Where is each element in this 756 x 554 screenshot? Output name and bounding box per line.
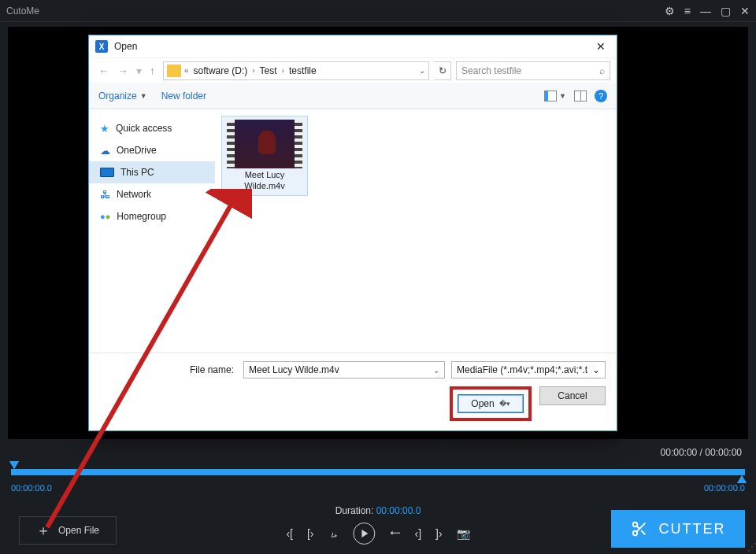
sidebar-item-onedrive[interactable]: ☁OneDrive [89, 139, 215, 161]
svg-line-4 [636, 526, 639, 529]
open-dialog: X Open ✕ ← → ▾ ↑ « software (D:) › Test … [88, 35, 617, 431]
preview-pane-button[interactable] [574, 90, 587, 102]
time-total: 00:00:00 [705, 447, 742, 458]
duration-readout: Duration: 00:00:00.0 [335, 505, 421, 516]
help-icon[interactable]: ? [595, 90, 607, 102]
breadcrumb[interactable]: « software (D:) › Test › testfile ⌄ [163, 61, 429, 80]
time-current: 00:00:00 [661, 447, 698, 458]
snapshot-button[interactable]: 📷 [457, 527, 470, 540]
chevron-down-icon[interactable]: ⌄ [419, 66, 425, 75]
sidebar-item-homegroup[interactable]: ●●Homegroup [89, 205, 215, 227]
timeline-end-label: 00:00:00.0 [704, 483, 745, 493]
maximize-icon[interactable]: ▢ [721, 5, 731, 17]
sidebar-item-quick-access[interactable]: ★Quick access [89, 117, 215, 139]
plus-icon: ＋ [36, 521, 50, 540]
view-mode-button[interactable]: ▼ [544, 90, 566, 102]
file-name-label: Meet Lucy Wilde.m4v [225, 170, 304, 192]
homegroup-icon: ●● [100, 212, 110, 221]
cancel-button[interactable]: Cancel [539, 386, 606, 405]
app-titlebar: CutoMe ⚙ ≡ — ▢ ✕ [0, 0, 756, 22]
close-app-icon[interactable]: ✕ [740, 5, 750, 17]
sidebar-item-this-pc[interactable]: This PC [89, 161, 215, 183]
gear-icon[interactable]: ⚙ [665, 5, 675, 17]
dialog-app-icon: X [95, 40, 108, 53]
cloud-icon: ☁ [100, 145, 110, 157]
mark-out-button[interactable]: [› [307, 527, 314, 540]
search-icon: ⌕ [599, 65, 605, 76]
menu-icon[interactable]: ≡ [684, 5, 691, 17]
dialog-nav: ← → ▾ ↑ « software (D:) › Test › testfil… [89, 57, 617, 83]
jump-start-button[interactable]: ‹] [415, 527, 422, 540]
svg-point-1 [632, 531, 637, 536]
dialog-titlebar: X Open ✕ [89, 35, 617, 57]
file-type-label: MediaFile (*.m4v;*.mp4;*.avi;*.t [457, 364, 587, 375]
monitor-icon [100, 168, 114, 177]
annotation-highlight: Open�▾ [450, 386, 532, 421]
nav-forward-icon[interactable]: → [117, 65, 128, 77]
chevron-down-icon[interactable]: ⌄ [433, 366, 439, 375]
folder-icon [167, 65, 181, 77]
crumb-folder-2[interactable]: testfile [287, 65, 318, 76]
timeline[interactable] [11, 469, 745, 475]
svg-point-0 [632, 523, 637, 527]
search-input[interactable]: Search testfile ⌕ [456, 61, 610, 80]
filename-label: File name: [100, 364, 237, 375]
play-button[interactable] [354, 523, 376, 545]
dialog-footer: File name: Meet Lucy Wilde.m4v ⌄ MediaFi… [89, 353, 617, 430]
timeline-start-label: 00:00:00.0 [11, 483, 52, 493]
scissor-icon [631, 520, 648, 537]
chevron-down-icon[interactable]: ⌄ [592, 364, 600, 375]
filename-input[interactable]: Meet Lucy Wilde.m4v ⌄ [243, 361, 445, 379]
open-button[interactable]: Open�▾ [458, 394, 524, 413]
filename-value: Meet Lucy Wilde.m4v [249, 364, 339, 375]
nav-back-icon[interactable]: ← [98, 65, 109, 77]
window-controls: ⚙ ≡ — ▢ ✕ [665, 5, 750, 17]
timeline-end-marker-icon[interactable] [737, 475, 747, 483]
cutter-button[interactable]: CUTTER [611, 510, 745, 548]
open-file-label: Open File [58, 525, 99, 536]
svg-line-3 [641, 530, 645, 534]
star-icon: ★ [100, 123, 109, 135]
prev-frame-button[interactable]: ⭟ [328, 527, 339, 540]
playback-controls: ‹[ [› ⭟ ⭠ ‹] ]› 📷 [286, 523, 469, 545]
organize-menu[interactable]: Organize▼ [98, 90, 147, 102]
duration-value: 00:00:00.0 [376, 505, 421, 516]
file-type-select[interactable]: MediaFile (*.m4v;*.mp4;*.avi;*.t ⌄ [451, 361, 606, 379]
refresh-button[interactable]: ↻ [434, 61, 451, 80]
jump-end-button[interactable]: ]› [435, 527, 443, 540]
crumb-drive[interactable]: software (D:) [192, 65, 250, 76]
resize-grip-icon[interactable]: ⋰ [747, 541, 754, 552]
new-folder-button[interactable]: New folder [161, 90, 206, 102]
time-readout: 00:00:00 / 00:00:00 [661, 447, 742, 458]
cutter-label: CUTTER [659, 521, 726, 537]
next-frame-button[interactable]: ⭠ [390, 527, 401, 540]
sidebar-item-network[interactable]: 🖧Network [89, 183, 215, 205]
video-thumbnail-icon [227, 120, 302, 168]
search-placeholder: Search testfile [461, 65, 521, 76]
crumb-folder-1[interactable]: Test [258, 65, 279, 76]
open-file-button[interactable]: ＋ Open File [19, 516, 117, 545]
dialog-sidebar: ★Quick access ☁OneDrive This PC 🖧Network… [89, 109, 215, 353]
file-list[interactable]: Meet Lucy Wilde.m4v [215, 109, 617, 353]
nav-up-icon[interactable]: ↑ [150, 65, 155, 77]
dialog-toolbar: Organize▼ New folder ▼ ? [89, 83, 617, 109]
dialog-close-icon[interactable]: ✕ [591, 40, 610, 53]
network-icon: 🖧 [100, 189, 110, 201]
mark-in-button[interactable]: ‹[ [286, 527, 293, 540]
file-item[interactable]: Meet Lucy Wilde.m4v [221, 116, 308, 196]
app-title: CutoMe [6, 6, 39, 17]
dialog-title: Open [114, 41, 137, 52]
minimize-icon[interactable]: — [700, 5, 711, 17]
